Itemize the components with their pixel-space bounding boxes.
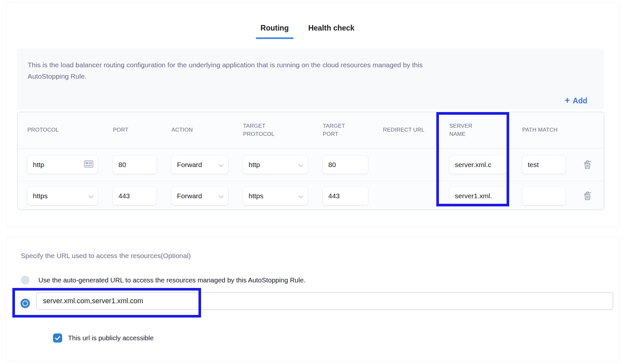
public-access-row: This url is publicly accessible	[53, 333, 154, 343]
trash-icon	[583, 159, 592, 170]
routing-description-line1: This is the load balancer routing config…	[28, 59, 423, 71]
routing-description-line2: AutoStopping Rule.	[28, 71, 423, 82]
custom-url-value: server.xml.com,server1.xml.com	[43, 297, 143, 305]
routing-config-card: Routing Health check This is the load ba…	[6, 3, 619, 228]
auto-url-radio[interactable]	[21, 276, 30, 284]
header-target-protocol: TARGET PROTOCOL	[233, 112, 313, 149]
header-actions	[571, 112, 604, 149]
chevron-down-icon	[298, 161, 303, 169]
target-protocol-select[interactable]: https	[243, 187, 308, 205]
delete-row-button[interactable]	[581, 157, 594, 173]
add-route-button[interactable]: + Add	[565, 97, 588, 105]
chevron-down-icon	[219, 192, 224, 200]
chevron-down-icon	[298, 192, 303, 200]
target-protocol-select[interactable]: http	[243, 156, 308, 174]
routing-table: PROTOCOL PORT ACTION TARGET PROTOCOL TAR…	[17, 112, 604, 210]
auto-url-option: Use the auto-generated URL to access the…	[21, 276, 306, 284]
tab-health-check[interactable]: Health check	[303, 24, 359, 39]
custom-url-input[interactable]: server.xml.com,server1.xml.com	[36, 292, 613, 310]
chevron-down-icon	[88, 192, 93, 200]
chevron-down-icon	[219, 161, 224, 169]
plus-icon: +	[565, 96, 570, 105]
protocol-input[interactable]: http	[27, 156, 98, 174]
header-server-name: SERVER NAME	[440, 112, 512, 149]
header-protocol: PROTOCOL	[18, 112, 103, 149]
header-port: PORT	[103, 112, 162, 149]
trash-icon	[583, 190, 592, 201]
input-type-icon[interactable]	[84, 160, 93, 169]
tab-bar: Routing Health check	[1, 24, 614, 39]
public-access-label: This url is publicly accessible	[68, 334, 154, 342]
add-route-label: Add	[573, 97, 587, 105]
routing-description-panel: This is the load balancer routing config…	[17, 49, 604, 109]
table-row: https 443 Forward	[18, 181, 604, 210]
port-input[interactable]: 80	[113, 156, 156, 174]
delete-row-button[interactable]	[581, 188, 594, 204]
header-target-port: TARGET PORT	[313, 112, 373, 149]
url-section-title: Specify the URL used to access the resou…	[21, 252, 191, 260]
auto-url-label: Use the auto-generated URL to access the…	[38, 276, 306, 284]
path-match-input[interactable]	[522, 187, 565, 205]
target-port-input[interactable]: 443	[323, 187, 368, 205]
table-row: http 80	[18, 149, 604, 181]
action-select[interactable]: Forward	[171, 187, 228, 205]
header-action: ACTION	[162, 112, 233, 149]
routing-description: This is the load balancer routing config…	[28, 59, 423, 82]
header-redirect-url: REDIRECT URL	[373, 112, 440, 149]
target-port-input[interactable]: 80	[323, 156, 368, 174]
custom-url-radio[interactable]	[20, 299, 30, 308]
path-match-input[interactable]: test	[522, 156, 565, 174]
server-name-input[interactable]: server1.xml.	[449, 187, 507, 205]
tab-routing[interactable]: Routing	[256, 24, 294, 39]
server-name-input[interactable]: server.xml.c	[449, 156, 507, 174]
public-access-checkbox[interactable]	[53, 333, 62, 343]
protocol-select[interactable]: https	[27, 187, 98, 205]
redirect-url-cell	[373, 149, 440, 181]
port-input[interactable]: 443	[113, 187, 156, 205]
redirect-url-cell	[373, 181, 440, 210]
check-icon	[55, 336, 60, 340]
header-path-match: PATH MATCH	[512, 112, 571, 149]
table-header-row: PROTOCOL PORT ACTION TARGET PROTOCOL TAR…	[18, 112, 604, 149]
action-select[interactable]: Forward	[171, 156, 228, 174]
url-access-card: Specify the URL used to access the resou…	[6, 237, 619, 361]
